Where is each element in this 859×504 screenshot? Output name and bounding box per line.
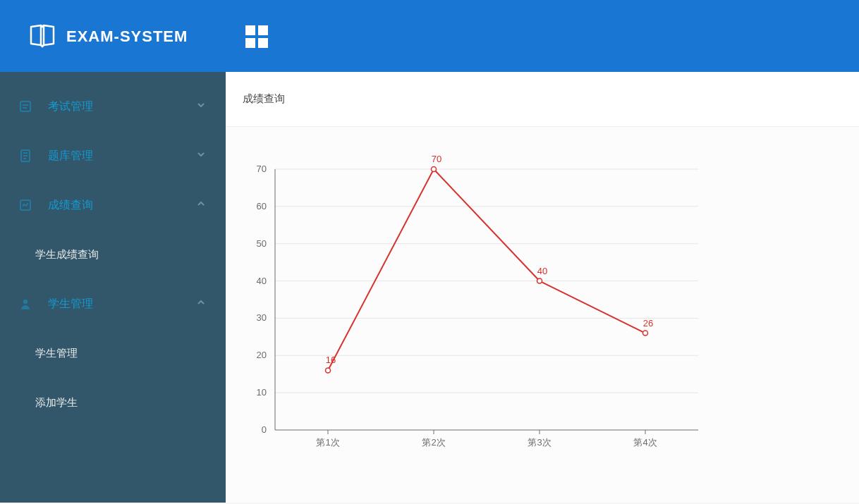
page-header: 成绩查询 <box>226 72 859 127</box>
svg-point-3 <box>23 300 28 304</box>
chevron-down-icon <box>196 149 209 162</box>
brand: EXAM-SYSTEM <box>0 1 226 72</box>
svg-text:70: 70 <box>257 164 267 174</box>
sidebar-item-label: 题库管理 <box>48 149 196 164</box>
svg-text:0: 0 <box>262 424 267 435</box>
svg-text:40: 40 <box>257 276 267 286</box>
svg-text:第3次: 第3次 <box>528 437 551 448</box>
sidebar: 考试管理 题库管理 成绩查询 学生成绩查询 <box>0 72 226 503</box>
sidebar-subitem-student-manage[interactable]: 学生管理 <box>0 328 226 378</box>
svg-point-31 <box>432 167 437 172</box>
sidebar-item-exam[interactable]: 考试管理 <box>0 82 226 131</box>
main: 成绩查询 010203040506070第1次第2次第3次第4次16704026 <box>226 72 859 503</box>
svg-rect-0 <box>20 102 30 111</box>
exam-icon <box>17 98 34 115</box>
layout: 考试管理 题库管理 成绩查询 学生成绩查询 <box>0 72 859 503</box>
chevron-up-icon <box>196 199 209 211</box>
sidebar-item-label: 成绩查询 <box>48 198 196 213</box>
sidebar-item-student[interactable]: 学生管理 <box>0 279 226 328</box>
svg-point-33 <box>537 278 542 283</box>
svg-text:30: 30 <box>257 312 267 323</box>
svg-text:10: 10 <box>257 387 267 398</box>
sidebar-subitem-label: 学生管理 <box>35 347 78 360</box>
chevron-up-icon <box>196 297 209 310</box>
book-open-icon <box>28 21 56 52</box>
sidebar-item-label: 学生管理 <box>48 297 196 312</box>
svg-text:16: 16 <box>326 355 336 365</box>
sidebar-item-score[interactable]: 成绩查询 <box>0 180 226 230</box>
sidebar-subitem-add-student[interactable]: 添加学生 <box>0 378 226 427</box>
apps-grid-icon[interactable] <box>245 25 268 48</box>
svg-text:70: 70 <box>432 154 441 164</box>
app-header: EXAM-SYSTEM <box>0 1 859 72</box>
bank-icon <box>17 147 34 164</box>
student-icon <box>17 295 34 312</box>
brand-name: EXAM-SYSTEM <box>66 27 188 46</box>
svg-text:第1次: 第1次 <box>316 437 339 448</box>
sidebar-item-label: 考试管理 <box>48 99 196 114</box>
page-title: 成绩查询 <box>243 92 285 106</box>
sidebar-subitem-student-score[interactable]: 学生成绩查询 <box>0 230 226 279</box>
sidebar-subitem-label: 添加学生 <box>35 396 78 410</box>
score-line-chart: 010203040506070第1次第2次第3次第4次16704026 <box>233 148 712 458</box>
sidebar-subitem-label: 学生成绩查询 <box>35 248 99 262</box>
header-right <box>226 25 859 48</box>
svg-text:第2次: 第2次 <box>422 437 445 448</box>
chevron-down-icon <box>196 100 209 113</box>
svg-text:40: 40 <box>537 266 547 276</box>
svg-text:50: 50 <box>257 238 267 249</box>
score-icon <box>17 197 34 214</box>
svg-text:第4次: 第4次 <box>633 437 657 448</box>
svg-point-35 <box>643 331 648 336</box>
svg-text:20: 20 <box>257 350 267 360</box>
svg-text:26: 26 <box>643 318 653 328</box>
svg-point-29 <box>326 368 331 373</box>
svg-text:60: 60 <box>257 201 267 211</box>
chart-container: 010203040506070第1次第2次第3次第4次16704026 <box>226 127 859 503</box>
sidebar-item-bank[interactable]: 题库管理 <box>0 131 226 180</box>
